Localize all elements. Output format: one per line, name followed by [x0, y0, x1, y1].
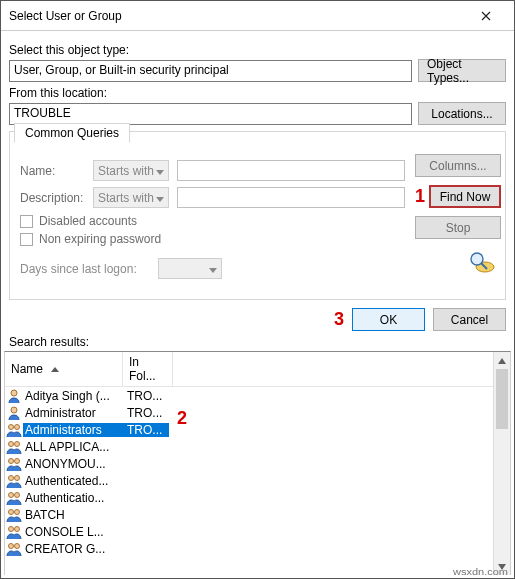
search-results-label: Search results:	[1, 335, 514, 351]
results-header: Name In Fol...	[5, 352, 493, 387]
svg-point-4	[11, 407, 17, 413]
name-mode-text: Starts with	[98, 164, 154, 178]
group-icon	[5, 490, 23, 506]
cell-name: ALL APPLICA...	[23, 440, 123, 454]
table-row[interactable]: CONSOLE L...	[5, 523, 493, 540]
description-mode-text: Starts with	[98, 191, 154, 205]
annotation-1: 1	[415, 186, 425, 207]
object-types-button[interactable]: Object Types...	[418, 59, 506, 82]
window-title: Select User or Group	[9, 9, 466, 23]
name-input[interactable]	[177, 160, 405, 181]
chevron-down-icon	[156, 164, 164, 178]
disabled-accounts-label: Disabled accounts	[39, 214, 137, 228]
common-queries-panel: Common Queries Name: Starts with Descrip…	[9, 131, 506, 300]
table-row[interactable]: Aditya Singh (...TRO...	[5, 387, 493, 404]
svg-point-11	[9, 475, 14, 480]
table-row[interactable]: BATCH	[5, 506, 493, 523]
svg-point-3	[11, 390, 17, 396]
watermark: wsxdn.com	[453, 566, 508, 577]
svg-point-17	[9, 526, 14, 531]
svg-point-9	[9, 458, 14, 463]
content-area: Select this object type: User, Group, or…	[1, 31, 514, 302]
locations-button[interactable]: Locations...	[418, 102, 506, 125]
close-icon	[481, 11, 491, 21]
group-icon	[5, 439, 23, 455]
checkbox-icon	[20, 233, 33, 246]
results-list[interactable]: Aditya Singh (...TRO...AdministratorTRO.…	[5, 387, 493, 557]
object-type-field[interactable]: User, Group, or Built-in security princi…	[9, 60, 412, 82]
object-type-label: Select this object type:	[9, 43, 506, 57]
cell-name: CREATOR G...	[23, 542, 123, 556]
svg-point-8	[15, 441, 20, 446]
search-results: Name In Fol... Aditya Singh (...TRO...Ad…	[4, 351, 511, 575]
disabled-accounts-checkbox: Disabled accounts	[20, 214, 405, 228]
columns-button[interactable]: Columns...	[415, 154, 501, 177]
non-expiring-label: Non expiring password	[39, 232, 161, 246]
svg-point-16	[15, 509, 20, 514]
cell-name: Administrator	[23, 406, 123, 420]
cell-folder: TRO...	[123, 423, 169, 437]
cell-name: BATCH	[23, 508, 123, 522]
close-button[interactable]	[466, 2, 506, 30]
svg-point-5	[9, 424, 14, 429]
svg-point-10	[15, 458, 20, 463]
table-row[interactable]: ANONYMOU...	[5, 455, 493, 472]
svg-point-18	[15, 526, 20, 531]
column-name[interactable]: Name	[5, 352, 123, 386]
svg-point-20	[15, 543, 20, 548]
dialog-buttons: 3 OK Cancel	[1, 302, 514, 335]
location-field[interactable]: TROUBLE	[9, 103, 412, 125]
group-icon	[5, 422, 23, 438]
table-row[interactable]: CREATOR G...	[5, 540, 493, 557]
cell-name: Aditya Singh (...	[23, 389, 123, 403]
cell-name: Authenticated...	[23, 474, 123, 488]
table-row[interactable]: ALL APPLICA...	[5, 438, 493, 455]
description-input[interactable]	[177, 187, 405, 208]
svg-point-19	[9, 543, 14, 548]
scroll-thumb[interactable]	[496, 369, 508, 429]
stop-button[interactable]: Stop	[415, 216, 501, 239]
cell-folder: TRO...	[123, 406, 169, 420]
group-icon	[5, 456, 23, 472]
group-icon	[5, 541, 23, 557]
table-row[interactable]: Authenticated...	[5, 472, 493, 489]
name-label: Name:	[20, 164, 85, 178]
svg-point-7	[9, 441, 14, 446]
ok-button[interactable]: OK	[352, 308, 425, 331]
days-since-logon-combo	[158, 258, 222, 279]
group-icon	[5, 524, 23, 540]
scroll-track[interactable]	[494, 429, 510, 558]
table-row[interactable]: Authenticatio...	[5, 489, 493, 506]
svg-point-14	[15, 492, 20, 497]
user-icon	[5, 388, 23, 404]
location-label: From this location:	[9, 86, 506, 100]
chevron-down-icon	[156, 191, 164, 205]
find-now-button[interactable]: Find Now	[429, 185, 501, 208]
user-icon	[5, 405, 23, 421]
cell-name: Administrators	[23, 423, 123, 437]
cell-folder: TRO...	[123, 389, 169, 403]
chevron-down-icon	[209, 262, 217, 276]
svg-point-15	[9, 509, 14, 514]
tab-common-queries[interactable]: Common Queries	[14, 123, 130, 143]
cancel-button[interactable]: Cancel	[433, 308, 506, 331]
checkbox-icon	[20, 215, 33, 228]
cell-name: Authenticatio...	[23, 491, 123, 505]
group-icon	[5, 507, 23, 523]
scrollbar[interactable]	[493, 352, 510, 575]
name-mode-combo: Starts with	[93, 160, 169, 181]
days-since-logon-label: Days since last logon:	[20, 262, 150, 276]
table-row[interactable]: AdministratorsTRO...	[5, 421, 493, 438]
column-folder[interactable]: In Fol...	[123, 352, 173, 386]
svg-point-13	[9, 492, 14, 497]
non-expiring-checkbox: Non expiring password	[20, 232, 405, 246]
svg-point-6	[15, 424, 20, 429]
description-mode-combo: Starts with	[93, 187, 169, 208]
description-label: Description:	[20, 191, 85, 205]
table-row[interactable]: AdministratorTRO...	[5, 404, 493, 421]
cell-name: CONSOLE L...	[23, 525, 123, 539]
annotation-3: 3	[334, 309, 344, 330]
titlebar: Select User or Group	[1, 1, 514, 31]
group-icon	[5, 473, 23, 489]
scroll-up-icon[interactable]	[494, 352, 510, 369]
